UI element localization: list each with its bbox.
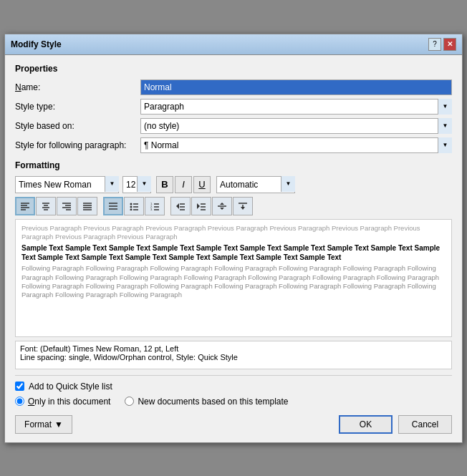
help-button[interactable]: ?	[428, 38, 441, 51]
format-dropdown-arrow: ▼	[54, 419, 63, 429]
svg-point-23	[130, 208, 133, 210]
close-button[interactable]: ✕	[443, 38, 456, 51]
ok-button[interactable]: OK	[339, 415, 393, 434]
line-space4-button[interactable]	[233, 197, 253, 215]
align-left-button[interactable]	[15, 197, 35, 215]
new-template-radio[interactable]	[125, 397, 134, 406]
style-based-label: Style based on:	[15, 121, 140, 131]
dialog-title: Modify Style	[11, 39, 62, 49]
quick-style-row: Add to Quick Style list	[15, 382, 452, 392]
bold-button[interactable]: B	[156, 176, 173, 193]
dialog-body: Properties Name: Style type: Paragraph ▼…	[5, 55, 462, 442]
preview-box: Previous Paragraph Previous Paragraph Pr…	[15, 219, 452, 337]
radio-row: Only in this document New documents base…	[15, 397, 452, 407]
preview-following-text: Following Paragraph Following Paragraph …	[21, 264, 446, 299]
title-bar: Modify Style ? ✕	[5, 34, 462, 55]
style-type-label: Style type:	[15, 102, 140, 112]
radio-option-template: New documents based on this template	[125, 397, 288, 407]
size-select-wrapper: 12 ▼	[122, 176, 151, 193]
justify-button[interactable]	[77, 197, 97, 215]
quick-style-checkbox[interactable]	[15, 382, 24, 391]
quick-style-label[interactable]: Add to Quick Style list	[29, 382, 112, 392]
font-select-wrapper: Times New Roman ▼	[15, 176, 119, 193]
color-select-wrapper: Automatic ▼	[216, 176, 295, 193]
properties-section: Properties Name: Style type: Paragraph ▼…	[15, 64, 452, 153]
list-button[interactable]	[124, 197, 144, 215]
style-following-select[interactable]: ¶ Normal	[140, 137, 452, 153]
style-type-row: Style type: Paragraph ▼	[15, 99, 452, 115]
indent-none-button[interactable]	[103, 197, 123, 215]
align-center-button[interactable]	[36, 197, 56, 215]
cancel-button[interactable]: Cancel	[398, 415, 452, 434]
line-space3-button[interactable]	[212, 197, 232, 215]
bottom-buttons: Format ▼ OK Cancel	[15, 415, 452, 434]
title-bar-buttons: ? ✕	[428, 38, 456, 51]
style-following-wrapper: ¶ Normal ▼	[140, 137, 452, 153]
svg-text:3.: 3.	[150, 208, 153, 210]
style-based-select[interactable]: (no style)	[140, 118, 452, 134]
properties-label: Properties	[15, 64, 452, 74]
svg-marker-35	[197, 203, 200, 209]
info-line2: Line spacing: single, Widow/Orphan contr…	[20, 353, 447, 361]
name-input[interactable]	[140, 79, 452, 95]
ok-cancel-group: OK Cancel	[339, 415, 452, 434]
info-line1: Font: (Default) Times New Roman, 12 pt, …	[20, 344, 447, 353]
preview-sample-text: Sample Text Sample Text Sample Text Samp…	[21, 243, 446, 262]
divider	[15, 375, 452, 376]
only-document-label[interactable]: Only in this document	[28, 397, 110, 407]
radio-option-document: Only in this document	[15, 397, 110, 407]
name-label: Name:	[15, 82, 140, 92]
format-button-label: Format	[24, 419, 52, 429]
font-name-select[interactable]: Times New Roman	[15, 176, 119, 193]
svg-point-21	[130, 205, 133, 208]
info-box: Font: (Default) Times New Roman, 12 pt, …	[15, 341, 452, 369]
new-template-label[interactable]: New documents based on this template	[138, 397, 288, 407]
modify-style-dialog: Modify Style ? ✕ Properties Name: Style …	[4, 34, 463, 443]
svg-marker-31	[176, 203, 179, 209]
line-space1-button[interactable]	[170, 197, 191, 215]
underline-button[interactable]: U	[193, 176, 211, 193]
svg-marker-39	[220, 203, 224, 205]
font-row: Times New Roman ▼ 12 ▼ B I U Automatic	[15, 176, 452, 193]
line-space2-button[interactable]	[191, 197, 211, 215]
preview-previous-text: Previous Paragraph Previous Paragraph Pr…	[21, 224, 446, 242]
style-type-wrapper: Paragraph ▼	[140, 99, 452, 115]
style-following-label: Style for following paragraph:	[15, 140, 140, 150]
style-following-row: Style for following paragraph: ¶ Normal …	[15, 137, 452, 153]
color-select[interactable]: Automatic	[216, 176, 295, 193]
only-document-radio[interactable]	[15, 397, 24, 406]
style-type-select[interactable]: Paragraph	[140, 99, 452, 115]
format-dropdown-button[interactable]: Format ▼	[15, 415, 72, 434]
numbered-list-button[interactable]: 1.2.3.	[145, 197, 165, 215]
svg-marker-41	[220, 208, 224, 210]
style-based-row: Style based on: (no style) ▼	[15, 118, 452, 134]
align-row: 1.2.3.	[15, 197, 452, 215]
name-row: Name:	[15, 79, 452, 95]
formatting-section: Formatting Times New Roman ▼ 12 ▼ B I	[15, 160, 452, 369]
font-size-select[interactable]: 12	[122, 176, 151, 193]
style-based-wrapper: (no style) ▼	[140, 118, 452, 134]
svg-point-19	[130, 203, 133, 205]
formatting-label: Formatting	[15, 160, 452, 170]
align-right-button[interactable]	[57, 197, 77, 215]
italic-button[interactable]: I	[175, 176, 192, 193]
